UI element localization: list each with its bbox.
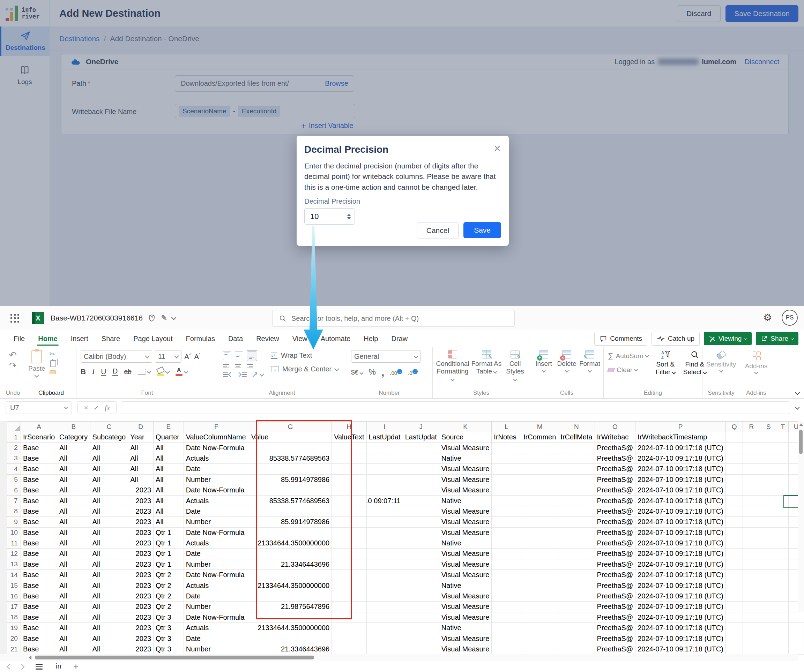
- comma-format-button[interactable]: ,: [381, 370, 384, 375]
- cell-G15[interactable]: 21334644.3500000000: [249, 580, 332, 591]
- cell-K13[interactable]: Visual Measure: [439, 559, 491, 569]
- cell-L2[interactable]: [492, 442, 521, 453]
- cell-N6[interactable]: [558, 485, 595, 495]
- add-sheet-icon[interactable]: +: [73, 663, 79, 670]
- cell-H6[interactable]: [332, 485, 366, 495]
- row-header-8[interactable]: 8: [7, 506, 21, 517]
- cell-T4[interactable]: [777, 464, 789, 474]
- cell-K2[interactable]: Visual Measure: [439, 442, 491, 453]
- cell-J1[interactable]: LastUpdat: [403, 432, 439, 442]
- cell-J2[interactable]: [403, 442, 439, 453]
- cell-M4[interactable]: [521, 464, 558, 474]
- cell-K20[interactable]: Visual Measure: [439, 633, 491, 644]
- formula-input[interactable]: [121, 401, 790, 414]
- cell-F5[interactable]: Number: [183, 474, 249, 485]
- cell-P3[interactable]: 2024-07-10 09:17:18 (UTC): [636, 453, 726, 463]
- cell-S2[interactable]: [760, 442, 777, 453]
- cell-M3[interactable]: [521, 453, 558, 463]
- cell-O6[interactable]: PreethaS@: [595, 485, 636, 495]
- cell-G3[interactable]: 85338.5774689563: [249, 453, 332, 463]
- cell-G9[interactable]: 85.9914978986: [249, 517, 332, 527]
- cell-C19[interactable]: All: [90, 623, 128, 633]
- cell-K14[interactable]: Visual Measure: [439, 570, 491, 580]
- cell-I20[interactable]: [366, 633, 403, 644]
- step-up-icon[interactable]: [347, 214, 351, 216]
- cell-M20[interactable]: [521, 633, 558, 644]
- cell-P12[interactable]: 2024-07-10 09:17:18 (UTC): [636, 548, 726, 559]
- cell-F9[interactable]: Number: [183, 517, 249, 527]
- cell-L6[interactable]: [492, 485, 521, 495]
- cell-A1[interactable]: IrScenario: [21, 432, 57, 442]
- row-header-6[interactable]: 6: [7, 485, 21, 495]
- cell-G4[interactable]: [249, 464, 332, 474]
- cell-P6[interactable]: 2024-07-10 09:17:18 (UTC): [636, 485, 726, 495]
- cell-A9[interactable]: Base: [21, 517, 57, 527]
- cell-J7[interactable]: [403, 496, 439, 506]
- cell-D20[interactable]: 2023: [128, 633, 154, 644]
- cell-L15[interactable]: [492, 580, 521, 591]
- cell-F6[interactable]: Date Now-Formula: [183, 485, 249, 495]
- settings-gear-icon[interactable]: ⚙: [763, 312, 772, 323]
- cell-N7[interactable]: [558, 496, 595, 506]
- delete-cells-button[interactable]: × Delete: [555, 350, 578, 372]
- cell-S20[interactable]: [760, 633, 777, 644]
- copy-icon[interactable]: [50, 360, 56, 367]
- cell-G13[interactable]: 21.3346443696: [249, 559, 332, 569]
- cell-N1[interactable]: IrCellMeta: [558, 432, 595, 442]
- column-header-G[interactable]: G: [249, 422, 332, 432]
- cell-F7[interactable]: Actuals: [183, 496, 249, 506]
- cell-Q21[interactable]: [726, 644, 743, 654]
- cell-H17[interactable]: [332, 602, 366, 612]
- close-icon[interactable]: ✕: [494, 144, 501, 153]
- cell-I19[interactable]: [366, 623, 403, 633]
- format-cells-button[interactable]: ✎ Format: [578, 350, 601, 372]
- cell-H2[interactable]: [332, 442, 366, 453]
- cell-J17[interactable]: [403, 602, 439, 612]
- cell-R14[interactable]: [743, 570, 760, 580]
- cell-M13[interactable]: [521, 559, 558, 569]
- cell-E12[interactable]: Qtr 1: [154, 548, 184, 559]
- fill-color-button[interactable]: [157, 367, 169, 376]
- cell-A2[interactable]: Base: [21, 442, 57, 453]
- cell-U18[interactable]: [789, 612, 804, 623]
- cell-N18[interactable]: [558, 612, 595, 623]
- cell-T13[interactable]: [777, 559, 789, 569]
- cell-M9[interactable]: [521, 517, 558, 527]
- row-header-4[interactable]: 4: [7, 464, 21, 474]
- cell-R7[interactable]: [743, 496, 760, 506]
- cell-S9[interactable]: [760, 517, 777, 527]
- insert-function-icon[interactable]: fx: [105, 403, 110, 412]
- column-header-S[interactable]: S: [760, 422, 777, 432]
- cell-I16[interactable]: [366, 591, 403, 601]
- cell-styles-button[interactable]: ✎ Cell Styles: [503, 350, 527, 383]
- cell-H7[interactable]: [332, 496, 366, 506]
- cell-P20[interactable]: 2024-07-10 09:17:18 (UTC): [636, 633, 726, 644]
- cell-N14[interactable]: [558, 570, 595, 580]
- cell-Q19[interactable]: [726, 623, 743, 633]
- cell-Q8[interactable]: [726, 506, 743, 517]
- bold-button[interactable]: B: [81, 367, 86, 376]
- cell-E20[interactable]: Qtr 3: [154, 633, 184, 644]
- cell-H10[interactable]: [332, 527, 366, 538]
- cell-O8[interactable]: PreethaS@: [595, 506, 636, 517]
- cell-M11[interactable]: [521, 538, 558, 548]
- cell-D18[interactable]: 2023: [128, 612, 154, 623]
- column-header-D[interactable]: D: [128, 422, 154, 432]
- cell-E2[interactable]: All: [154, 442, 184, 453]
- cell-P13[interactable]: 2024-07-10 09:17:18 (UTC): [636, 559, 726, 569]
- workbook-name[interactable]: Base-WB172060303916616: [51, 314, 143, 322]
- cell-H18[interactable]: [332, 612, 366, 623]
- cell-T20[interactable]: [777, 633, 789, 644]
- cell-R21[interactable]: [743, 644, 760, 654]
- column-header-B[interactable]: B: [57, 422, 90, 432]
- cell-H13[interactable]: [332, 559, 366, 569]
- row-header-16[interactable]: 16: [7, 591, 21, 601]
- cell-E1[interactable]: Quarter: [154, 432, 184, 442]
- cell-Q10[interactable]: [726, 527, 743, 538]
- cell-N17[interactable]: [558, 602, 595, 612]
- cell-E6[interactable]: All: [154, 485, 184, 495]
- cell-E17[interactable]: Qtr 2: [154, 602, 184, 612]
- row-header-11[interactable]: 11: [7, 538, 21, 548]
- cell-C17[interactable]: All: [90, 602, 128, 612]
- cell-A18[interactable]: Base: [21, 612, 57, 623]
